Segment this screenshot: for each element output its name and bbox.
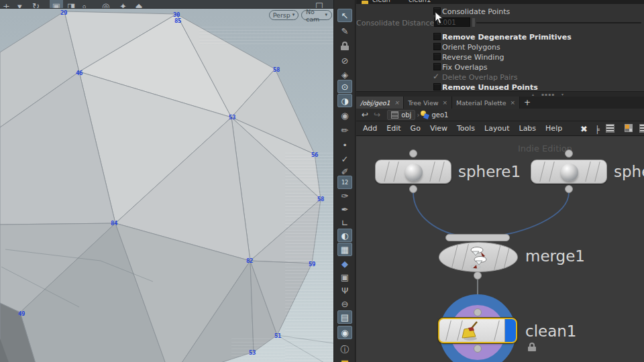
settings-icon[interactable]: ◆	[136, 0, 142, 9]
node-shelf-icon[interactable]: ╞	[595, 125, 600, 134]
smooth-shade-icon[interactable]: ◐	[337, 229, 352, 242]
forward-button[interactable]: ↪	[374, 110, 380, 119]
delete-overlap-pairs-checkbox[interactable]: ✓	[433, 72, 439, 81]
move-tool-icon[interactable]: ▾	[17, 0, 22, 9]
sphere2-output-connector[interactable]	[565, 185, 573, 193]
scale-tool-icon[interactable]: ◨	[67, 0, 75, 9]
disable-light-icon[interactable]: ⊘	[337, 54, 352, 67]
visibility-icon[interactable]: ◉	[337, 109, 352, 122]
point-number: 58	[273, 66, 280, 73]
sphere2-input-connector[interactable]	[565, 149, 573, 158]
node-sphere2[interactable]	[531, 160, 607, 184]
node-merge1[interactable]	[439, 242, 518, 272]
corner-marker-icon[interactable]: ∟	[337, 216, 352, 229]
geo-node-icon	[421, 111, 429, 119]
point-number: 49	[18, 310, 25, 317]
point-numbers-icon[interactable]: 12	[337, 176, 352, 189]
axis-display-icon[interactable]: Ψ	[337, 284, 352, 297]
pivot-icon[interactable]: ◈	[337, 68, 352, 81]
consolidate-distance-label: Consolidate Distance	[356, 19, 427, 27]
sphere1-output-connector[interactable]	[409, 185, 417, 193]
clean1-output-connector[interactable]	[474, 345, 482, 353]
clean1-input-connector[interactable]	[474, 308, 482, 316]
node-clean1[interactable]	[438, 318, 517, 343]
menu-add[interactable]: Add	[363, 124, 377, 133]
remove-unused-checkbox[interactable]	[433, 83, 441, 90]
display-flag[interactable]	[504, 319, 516, 342]
prim-normal-icon[interactable]: ✒	[337, 202, 352, 216]
merge1-label: merge1	[525, 247, 585, 265]
wire-shade-icon[interactable]: ▦	[337, 243, 352, 256]
vertex-marker-icon[interactable]: ✓	[337, 152, 352, 166]
persp-view-menu[interactable]: Persp▾	[269, 10, 299, 20]
menu-help[interactable]: Help	[545, 124, 562, 133]
fix-overlaps-checkbox[interactable]	[433, 63, 441, 70]
color-palette-icon[interactable]	[625, 124, 633, 132]
scene-viewport[interactable]: 29 30 85 46 58 53 56 58 84 82 59 49 51 5…	[0, 0, 333, 362]
orient-polygons-checkbox[interactable]	[433, 43, 441, 50]
sphere-mesh[interactable]	[0, 0, 333, 362]
camera-mask-icon[interactable]: ▣	[337, 270, 352, 284]
persp-view-label: Persp	[273, 11, 290, 19]
view-lock-icon[interactable]	[337, 39, 352, 52]
prim-marker-icon[interactable]: ✑	[337, 189, 352, 202]
tab-tree-view[interactable]: Tree View ×	[404, 97, 452, 109]
tab-network-editor[interactable]: /obj/geo1 ×	[356, 97, 404, 109]
fog-icon[interactable]: ⊖	[337, 297, 352, 310]
back-button[interactable]: ↩	[362, 110, 368, 119]
markers-icon[interactable]: ✏	[337, 123, 352, 137]
options-icon[interactable]: ✦	[119, 0, 127, 9]
pane-splitter[interactable]: ▴ ▪▪▪▪ ▾	[356, 91, 644, 97]
breadcrumb-obj[interactable]: obj	[401, 111, 411, 119]
remove-degenerate-label: Remove Degenerate Primitives	[442, 33, 572, 42]
select-arrow-icon[interactable]: ↖	[337, 9, 352, 22]
info-icon[interactable]: ⓘ	[337, 343, 352, 357]
close-icon[interactable]: ×	[511, 99, 516, 106]
menu-tools[interactable]: Tools	[457, 124, 475, 133]
background-image-icon[interactable]: ▤	[337, 310, 352, 324]
particle-display-icon[interactable]: ◆	[337, 257, 352, 270]
menu-edit[interactable]: Edit	[386, 124, 400, 133]
consolidate-points-label: Consolidate Points	[442, 7, 510, 16]
network-editor[interactable]: Indie Edition sphere1 sphere2	[356, 136, 644, 362]
tab-label: Material Palette	[456, 99, 506, 107]
menu-layout[interactable]: Layout	[484, 124, 509, 133]
remove-degenerate-checkbox[interactable]	[433, 33, 441, 40]
menu-labs[interactable]: Labs	[519, 124, 537, 133]
headlight-icon[interactable]: ⊙	[337, 80, 352, 93]
camera-menu[interactable]: No cam▾	[301, 10, 332, 20]
orient-polygons-label: Orient Polygons	[442, 43, 500, 52]
magnifier-icon[interactable]: ⌕	[82, 0, 87, 9]
close-icon[interactable]: ×	[443, 99, 448, 106]
clipped-toolbar-icon[interactable]	[639, 124, 644, 133]
node-sphere1[interactable]	[375, 160, 451, 184]
menu-go[interactable]: Go	[411, 124, 421, 133]
sphere1-input-connector[interactable]	[409, 149, 417, 158]
active-tool-icon[interactable]: ▣	[50, 0, 63, 9]
rotate-tool-icon[interactable]: ↻	[32, 0, 40, 9]
point-number: 29	[60, 9, 67, 16]
merge1-output-connector[interactable]	[474, 272, 482, 280]
sphere2-label: sphere2	[614, 163, 644, 180]
breadcrumb-geo1[interactable]: geo1	[431, 111, 448, 119]
show-handles-icon[interactable]: ✎	[337, 24, 352, 38]
close-icon[interactable]: ×	[394, 99, 400, 106]
menu-view[interactable]: View	[430, 124, 447, 133]
node-name-field[interactable]: clean1	[409, 0, 431, 3]
snap-pin-icon[interactable]: ◉	[337, 326, 352, 339]
tab-material-palette[interactable]: Material Palette ×	[452, 97, 520, 109]
flag-icon[interactable]: ■	[337, 356, 352, 362]
material-shade-icon[interactable]: ◑	[337, 94, 352, 107]
new-tab-button[interactable]: +	[520, 97, 535, 109]
clean-node-icon	[362, 1, 368, 4]
snap-mode-icon[interactable]: ◎	[102, 0, 109, 9]
select-tool-icon[interactable]: +	[3, 0, 10, 9]
distance-slider-track[interactable]	[476, 22, 641, 23]
distance-slider-handle[interactable]	[472, 18, 475, 27]
breadcrumb: obj	[387, 110, 415, 120]
merge1-input-bar[interactable]	[445, 234, 510, 241]
reverse-winding-checkbox[interactable]	[433, 53, 441, 60]
point-marker-icon[interactable]: •	[337, 138, 352, 152]
list-view-icon[interactable]	[606, 124, 614, 133]
customize-tools-icon[interactable]: ✖	[580, 124, 588, 134]
